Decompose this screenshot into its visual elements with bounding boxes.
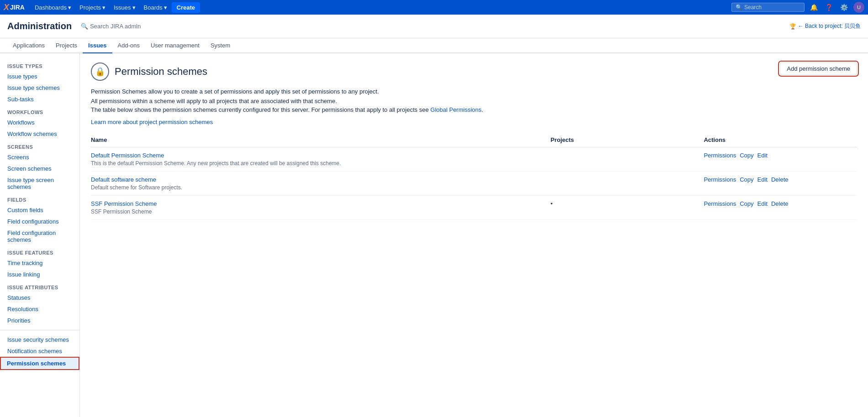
sidebar-item-field-configuration-schemes[interactable]: Field configuration schemes xyxy=(0,227,79,245)
table-header-name: Name xyxy=(91,133,551,147)
action-delete[interactable]: Delete xyxy=(771,176,789,183)
nav-issues[interactable]: Issues ▾ xyxy=(110,2,139,13)
content-area: 🔒 Permission schemes Add permission sche… xyxy=(80,53,868,417)
help-icon[interactable]: ❓ xyxy=(823,3,835,12)
sidebar-item-resolutions[interactable]: Resolutions xyxy=(0,303,79,315)
page-title-area: 🔒 Permission schemes xyxy=(91,63,207,81)
back-to-project-link[interactable]: 🏆 ← Back to project: 贝贝鱼 xyxy=(789,22,861,30)
description-1: Permission Schemes allow you to create a… xyxy=(91,88,857,95)
sidebar-item-field-configurations[interactable]: Field configurations xyxy=(0,216,79,227)
search-input[interactable] xyxy=(744,4,800,10)
action-copy[interactable]: Copy xyxy=(740,152,753,159)
sidebar-section-fields: FIELDS Custom fields Field configuration… xyxy=(0,193,79,245)
sidebar-item-statuses[interactable]: Statuses xyxy=(0,292,79,303)
tab-system[interactable]: System xyxy=(205,38,236,53)
permission-schemes-table: Name Projects Actions Default Permission… xyxy=(91,133,857,220)
tab-addons[interactable]: Add-ons xyxy=(112,38,145,53)
action-edit[interactable]: Edit xyxy=(758,152,768,159)
sidebar-item-workflow-schemes[interactable]: Workflow schemes xyxy=(0,128,79,140)
permission-icon: 🔒 xyxy=(91,63,109,81)
sidebar-section-issue-features: ISSUE FEATURES Time tracking Issue linki… xyxy=(0,245,79,280)
sidebar: ISSUE TYPES Issue types Issue type schem… xyxy=(0,53,80,417)
scheme-description: Default scheme for Software projects. xyxy=(91,184,182,191)
sidebar-item-custom-fields[interactable]: Custom fields xyxy=(0,204,79,216)
description-3: The table below shows the permission sch… xyxy=(91,106,857,113)
tab-projects[interactable]: Projects xyxy=(50,38,83,53)
scheme-actions: PermissionsCopyEditDelete xyxy=(704,172,857,196)
settings-icon[interactable]: ⚙️ xyxy=(838,3,850,12)
table-row: Default software schemeDefault scheme fo… xyxy=(91,172,857,196)
sidebar-section-issue-attributes: ISSUE ATTRIBUTES Statuses Resolutions Pr… xyxy=(0,280,79,326)
action-edit[interactable]: Edit xyxy=(758,176,768,183)
create-button[interactable]: Create xyxy=(172,2,200,13)
scheme-name-link[interactable]: SSF Permission Scheme xyxy=(91,200,551,207)
top-nav-right: 🔍 🔔 ❓ ⚙️ U xyxy=(731,2,864,13)
scheme-name-link[interactable]: Default Permission Scheme xyxy=(91,152,551,159)
top-navigation: XJIRA Dashboards ▾ Projects ▾ Issues ▾ B… xyxy=(0,0,868,15)
section-title-screens: SCREENS xyxy=(0,140,79,151)
sidebar-section-workflows: WORKFLOWS Workflows Workflow schemes xyxy=(0,105,79,140)
sidebar-item-time-tracking[interactable]: Time tracking xyxy=(0,257,79,269)
sub-header: Administration 🔍 Search JIRA admin 🏆 ← B… xyxy=(0,15,868,38)
scheme-projects xyxy=(551,147,704,172)
section-title-issue-attributes: ISSUE ATTRIBUTES xyxy=(0,280,79,292)
search-icon-admin: 🔍 xyxy=(81,23,88,30)
page-header: 🔒 Permission schemes Add permission sche… xyxy=(91,63,857,81)
scheme-actions: PermissionsCopyEditDelete xyxy=(704,196,857,220)
action-delete[interactable]: Delete xyxy=(771,200,789,207)
action-edit[interactable]: Edit xyxy=(758,200,768,207)
nav-boards[interactable]: Boards ▾ xyxy=(140,2,171,13)
table-header-projects: Projects xyxy=(551,133,704,147)
notifications-icon[interactable]: 🔔 xyxy=(808,3,820,12)
tab-issues[interactable]: Issues xyxy=(83,38,112,53)
scheme-description: This is the default Permission Scheme. A… xyxy=(91,160,341,167)
sidebar-section-issue-types: ISSUE TYPES Issue types Issue type schem… xyxy=(0,59,79,105)
section-title-fields: FIELDS xyxy=(0,193,79,204)
scheme-actions: PermissionsCopyEdit xyxy=(704,147,857,172)
global-permissions-link[interactable]: Global Permissions xyxy=(431,106,482,113)
jira-logo[interactable]: XJIRA xyxy=(4,3,26,12)
sidebar-item-workflows[interactable]: Workflows xyxy=(0,117,79,128)
learn-more-link[interactable]: Learn more about project permission sche… xyxy=(91,119,213,125)
search-box[interactable]: 🔍 xyxy=(731,3,805,12)
action-copy[interactable]: Copy xyxy=(740,200,753,207)
sidebar-item-screens[interactable]: Screens xyxy=(0,151,79,163)
admin-tabs: Applications Projects Issues Add-ons Use… xyxy=(0,38,868,53)
scheme-description: SSF Permission Scheme xyxy=(91,208,152,215)
tab-applications[interactable]: Applications xyxy=(7,38,50,53)
sidebar-item-issue-types[interactable]: Issue types xyxy=(0,71,79,82)
admin-search[interactable]: 🔍 Search JIRA admin xyxy=(81,23,141,30)
section-title-issue-types: ISSUE TYPES xyxy=(0,59,79,71)
main-layout: ISSUE TYPES Issue types Issue type schem… xyxy=(0,53,868,417)
sidebar-item-screen-schemes[interactable]: Screen schemes xyxy=(0,163,79,174)
sidebar-item-issue-type-screen-schemes[interactable]: Issue type screen schemes xyxy=(0,174,79,193)
sidebar-section-screens: SCREENS Screens Screen schemes Issue typ… xyxy=(0,140,79,193)
sidebar-item-permission-schemes[interactable]: Permission schemes xyxy=(0,357,79,370)
sidebar-item-notification-schemes[interactable]: Notification schemes xyxy=(0,345,79,357)
top-nav-items: Dashboards ▾ Projects ▾ Issues ▾ Boards … xyxy=(31,2,731,13)
user-avatar[interactable]: U xyxy=(853,2,864,13)
tab-user-management[interactable]: User management xyxy=(145,38,205,53)
description-2: All permissions within a scheme will app… xyxy=(91,98,857,104)
table-row: SSF Permission SchemeSSF Permission Sche… xyxy=(91,196,857,220)
search-icon: 🔍 xyxy=(736,4,742,10)
sidebar-item-issue-security-schemes[interactable]: Issue security schemes xyxy=(0,334,79,345)
nav-dashboards[interactable]: Dashboards ▾ xyxy=(31,2,75,13)
emoji-icon: 🏆 xyxy=(789,23,796,30)
scheme-projects: • xyxy=(551,196,704,220)
section-title-issue-features: ISSUE FEATURES xyxy=(0,245,79,257)
action-copy[interactable]: Copy xyxy=(740,176,753,183)
sidebar-item-sub-tasks[interactable]: Sub-tasks xyxy=(0,94,79,105)
action-permissions[interactable]: Permissions xyxy=(704,200,736,207)
action-permissions[interactable]: Permissions xyxy=(704,152,736,159)
sidebar-item-priorities[interactable]: Priorities xyxy=(0,315,79,326)
nav-projects[interactable]: Projects ▾ xyxy=(76,2,109,13)
table-row: Default Permission SchemeThis is the def… xyxy=(91,147,857,172)
scheme-projects xyxy=(551,172,704,196)
action-permissions[interactable]: Permissions xyxy=(704,176,736,183)
table-header-actions: Actions xyxy=(704,133,857,147)
scheme-name-link[interactable]: Default software scheme xyxy=(91,176,551,183)
add-permission-scheme-button[interactable]: Add permission scheme xyxy=(780,63,857,75)
sidebar-item-issue-type-schemes[interactable]: Issue type schemes xyxy=(0,82,79,94)
sidebar-item-issue-linking[interactable]: Issue linking xyxy=(0,269,79,280)
